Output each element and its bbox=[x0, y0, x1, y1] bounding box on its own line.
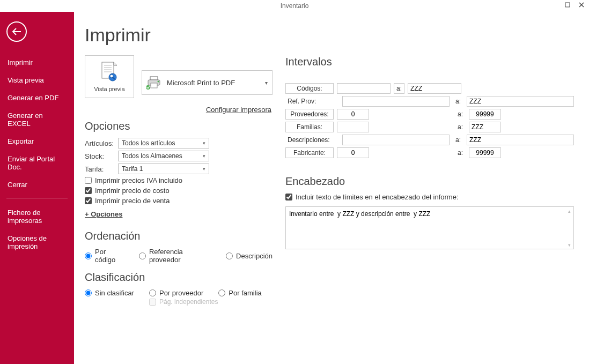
ordering-option-1[interactable]: Referencia proveedor bbox=[139, 248, 214, 264]
option-label-0: Artículos: bbox=[85, 139, 118, 147]
interval-to-0[interactable] bbox=[408, 83, 461, 94]
option-check-1[interactable] bbox=[85, 187, 92, 194]
header-section-heading: Encabezado bbox=[285, 175, 574, 188]
sidebar-item-6[interactable]: Cerrar bbox=[6, 176, 68, 194]
classification-radio-label-2: Por familia bbox=[229, 289, 261, 297]
sidebar-item-5[interactable]: Enviar al Portal Doc. bbox=[6, 150, 68, 176]
classification-heading: Clasificación bbox=[85, 271, 273, 284]
interval-a-0: a: bbox=[394, 83, 404, 94]
ordering-option-0[interactable]: Por código bbox=[85, 248, 127, 264]
ordering-heading: Ordenación bbox=[85, 230, 273, 242]
include-header-label: Incluir texto de límites en el encabezad… bbox=[296, 193, 459, 201]
ordering-option-2[interactable]: Descripción bbox=[226, 252, 273, 260]
preview-label: Vista previa bbox=[94, 86, 124, 92]
sidebar-separator bbox=[6, 198, 68, 198]
ordering-radio-label-1: Referencia proveedor bbox=[149, 248, 214, 264]
interval-a-3: a: bbox=[455, 122, 466, 132]
chevron-down-icon: ▾ bbox=[203, 140, 205, 146]
preview-button[interactable]: Vista previa bbox=[85, 55, 134, 98]
svg-rect-13 bbox=[150, 77, 158, 80]
interval-a-1: a: bbox=[453, 96, 463, 107]
classification-radio-1[interactable] bbox=[149, 289, 156, 296]
sidebar-item-2[interactable]: Generar en PDF bbox=[6, 89, 68, 107]
option-select-0[interactable]: Todos los artículos▾ bbox=[118, 138, 209, 148]
printer-name: Microsoft Print to PDF bbox=[167, 79, 235, 87]
option-check-0[interactable] bbox=[85, 177, 92, 184]
option-check-label-2: Imprimir precio de venta bbox=[95, 197, 170, 205]
interval-label-1: Ref. Prov: bbox=[285, 96, 334, 107]
interval-label-0: Códigos: bbox=[285, 83, 334, 94]
option-select-1[interactable]: Todos los Almacenes▾ bbox=[118, 151, 209, 161]
intervals-heading: Intervalos bbox=[285, 56, 574, 68]
printer-icon bbox=[146, 76, 161, 90]
configure-printer-link[interactable]: Configurar impresora bbox=[206, 106, 271, 114]
interval-label-4: Descripciones: bbox=[285, 135, 334, 145]
sidebar-item-3[interactable]: Generar en EXCEL bbox=[6, 107, 68, 132]
options-heading: Opciones bbox=[85, 120, 273, 132]
interval-a-2: a: bbox=[455, 109, 466, 120]
window-title: Inventario bbox=[281, 2, 309, 10]
classification-radio-label-0: Sin clasificar bbox=[95, 289, 134, 297]
maximize-button[interactable] bbox=[562, 0, 573, 10]
interval-to-4[interactable] bbox=[467, 135, 574, 145]
sidebar-item-4[interactable]: Exportar bbox=[6, 132, 68, 150]
close-button[interactable] bbox=[576, 0, 587, 10]
interval-from-0[interactable] bbox=[337, 83, 391, 94]
textarea-scroll-down[interactable]: ▾ bbox=[565, 241, 573, 249]
back-button[interactable] bbox=[6, 21, 27, 42]
chevron-down-icon: ▾ bbox=[203, 153, 205, 159]
interval-to-1[interactable] bbox=[467, 96, 574, 107]
classification-radio-label-1: Por proveedor bbox=[159, 289, 203, 297]
header-textarea[interactable] bbox=[285, 206, 574, 249]
sidebar-item-1[interactable]: Vista previa bbox=[6, 71, 68, 89]
svg-point-16 bbox=[158, 81, 159, 83]
page-title: Imprimir bbox=[85, 25, 273, 46]
interval-to-5[interactable] bbox=[469, 147, 501, 158]
interval-a-5: a: bbox=[455, 147, 466, 158]
sidebar-item-0[interactable]: Imprimir bbox=[6, 54, 68, 71]
interval-from-1[interactable] bbox=[342, 96, 450, 107]
classification-option-2[interactable]: Por familia bbox=[218, 289, 261, 297]
interval-from-2[interactable] bbox=[337, 109, 369, 120]
sidebar-extra-0[interactable]: Fichero de impresoras bbox=[6, 204, 68, 229]
classification-option-1[interactable]: Por proveedor bbox=[149, 289, 203, 297]
chevron-down-icon: ▾ bbox=[203, 166, 205, 172]
option-check-label-1: Imprimir precio de costo bbox=[95, 187, 170, 195]
interval-label-2: Proveedores: bbox=[285, 109, 334, 120]
classification-radio-0[interactable] bbox=[85, 289, 92, 296]
interval-from-5[interactable] bbox=[337, 147, 369, 158]
ordering-radio-1[interactable] bbox=[139, 252, 146, 259]
option-select-2[interactable]: Tarifa 1▾ bbox=[118, 164, 209, 174]
option-check-label-0: Imprimir precios IVA incluido bbox=[95, 176, 182, 184]
document-preview-icon bbox=[99, 61, 120, 85]
ordering-radio-0[interactable] bbox=[85, 252, 92, 259]
option-label-2: Tarifa: bbox=[85, 165, 118, 173]
classification-radio-2[interactable] bbox=[218, 289, 225, 296]
ordering-radio-label-0: Por código bbox=[95, 248, 127, 264]
interval-a-4: a: bbox=[453, 135, 463, 145]
option-label-1: Stock: bbox=[85, 152, 118, 160]
independent-pages-checkbox bbox=[149, 299, 156, 306]
interval-label-5: Fabricante: bbox=[285, 147, 334, 158]
option-check-2[interactable] bbox=[85, 197, 92, 204]
svg-marker-5 bbox=[114, 62, 117, 65]
sidebar: ImprimirVista previaGenerar en PDFGenera… bbox=[0, 12, 74, 364]
interval-to-3[interactable] bbox=[469, 122, 501, 132]
interval-from-4[interactable] bbox=[342, 135, 450, 145]
interval-label-3: Familias: bbox=[285, 122, 334, 132]
textarea-scroll-up[interactable]: ▴ bbox=[565, 207, 573, 215]
svg-rect-0 bbox=[565, 3, 570, 7]
independent-pages-label: Pág. independientes bbox=[159, 298, 218, 306]
interval-to-2[interactable] bbox=[469, 109, 501, 120]
interval-from-3[interactable] bbox=[337, 122, 369, 132]
svg-rect-15 bbox=[151, 83, 157, 88]
more-options-link[interactable]: + Opciones bbox=[85, 210, 122, 218]
chevron-down-icon: ▾ bbox=[265, 80, 268, 86]
sidebar-extra-1[interactable]: Opciones de impresión bbox=[6, 229, 68, 255]
ordering-radio-label-2: Descripción bbox=[236, 252, 273, 260]
include-header-checkbox[interactable] bbox=[285, 194, 292, 200]
ordering-radio-2[interactable] bbox=[226, 252, 233, 259]
printer-select[interactable]: Microsoft Print to PDF ▾ bbox=[142, 70, 273, 95]
classification-option-0[interactable]: Sin clasificar bbox=[85, 289, 134, 297]
